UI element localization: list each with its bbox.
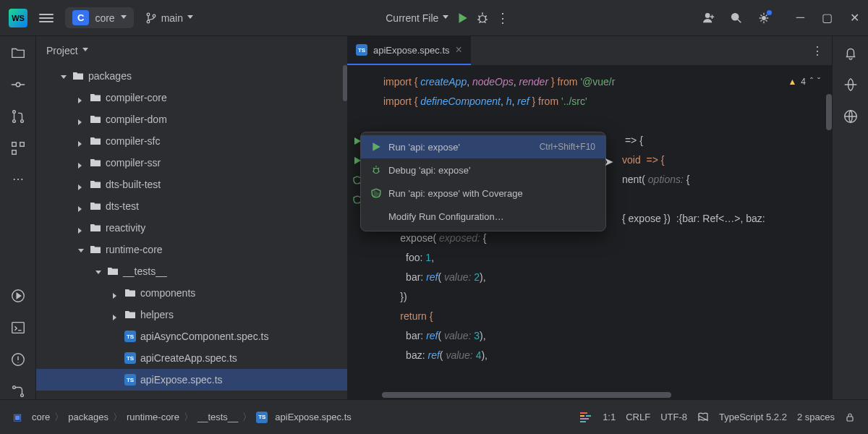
arrow-icon[interactable] <box>78 159 85 166</box>
tree-label: compiler-sfc <box>106 135 160 147</box>
folder-icon <box>124 287 136 299</box>
maximize-button[interactable]: ▢ <box>822 11 833 25</box>
run-tool-icon[interactable] <box>10 288 26 304</box>
more-icon[interactable]: ⋯ <box>12 172 24 186</box>
problems-icon[interactable] <box>10 352 26 367</box>
branch-icon <box>145 12 157 24</box>
prettier-icon[interactable] <box>579 411 592 424</box>
horizontal-scrollbar[interactable] <box>382 392 832 399</box>
arrow-icon[interactable] <box>78 94 85 101</box>
arrow-icon[interactable] <box>113 311 120 318</box>
tab-active[interactable]: TS apiExpose.spec.ts × <box>347 36 471 65</box>
project-header[interactable]: Project <box>36 36 347 65</box>
breadcrumb-item[interactable]: runtime-core <box>127 412 179 422</box>
tree-item[interactable]: compiler-core <box>36 87 347 109</box>
arrow-icon[interactable] <box>78 203 85 210</box>
breadcrumb-item[interactable]: packages <box>68 412 109 422</box>
tree-item[interactable]: helpers <box>36 304 347 326</box>
tree-label: packages <box>88 70 132 82</box>
run-config-selector[interactable]: Current File <box>386 12 448 24</box>
scrollbar-thumb[interactable] <box>382 392 671 398</box>
tree-label: compiler-core <box>106 92 167 103</box>
reader-mode-icon[interactable] <box>697 412 709 423</box>
tree-item[interactable]: packages <box>36 65 347 87</box>
breadcrumb-item[interactable]: apiExpose.spec.ts <box>275 412 352 422</box>
tree-item[interactable]: TSapiCreateApp.spec.ts <box>36 347 347 369</box>
settings-icon[interactable] <box>757 12 770 25</box>
tree-item[interactable]: compiler-dom <box>36 109 347 130</box>
chevron-down-icon <box>82 45 88 56</box>
tree-item[interactable]: runtime-core <box>36 239 347 260</box>
arrow-icon[interactable] <box>61 72 68 80</box>
tree-item[interactable]: components <box>36 282 347 304</box>
tree-label: apiExpose.spec.ts <box>140 374 223 386</box>
more-icon[interactable]: ⋮ <box>803 36 832 65</box>
tree-item[interactable]: compiler-ssr <box>36 152 347 174</box>
pull-request-icon[interactable] <box>10 109 26 124</box>
vcs-icon[interactable] <box>10 383 26 399</box>
close-icon[interactable]: × <box>456 43 462 56</box>
tree-item[interactable]: dts-test <box>36 195 347 217</box>
code-area[interactable]: ▲ 4 ˆ ˇ import { createApp, nodeOps, ren… <box>347 65 832 399</box>
menu-shortcut: Ctrl+Shift+F10 <box>540 137 595 157</box>
structure-icon[interactable] <box>10 140 26 156</box>
chevron-down-icon[interactable]: ˇ <box>817 72 820 92</box>
menu-item[interactable]: Run 'api: expose'Ctrl+Shift+F10 <box>361 135 605 158</box>
encoding[interactable]: UTF-8 <box>660 412 687 422</box>
arrow-icon[interactable] <box>78 224 85 231</box>
commit-icon[interactable] <box>10 77 26 93</box>
debug-button[interactable] <box>476 12 489 25</box>
language-level[interactable]: TypeScript 5.2.2 <box>719 412 787 422</box>
notifications-icon[interactable] <box>843 45 859 61</box>
close-button[interactable]: ✕ <box>850 11 859 25</box>
editor-tabs: TS apiExpose.spec.ts × ⋮ <box>347 36 832 65</box>
hamburger-icon[interactable] <box>39 14 54 22</box>
tree-item[interactable]: reactivity <box>36 217 347 239</box>
arrow-icon[interactable] <box>95 268 103 275</box>
arrow-icon[interactable] <box>78 181 85 188</box>
chevron-up-icon[interactable]: ˆ <box>810 72 813 92</box>
arrow-icon[interactable] <box>78 246 85 253</box>
arrow-icon[interactable] <box>113 289 120 297</box>
tree-item[interactable]: TSapiExpose.spec.ts <box>36 369 347 391</box>
chevron-down-icon <box>121 12 127 25</box>
breadcrumb-separator: 〉 <box>184 411 193 424</box>
breadcrumb-item[interactable]: core <box>32 412 50 422</box>
breadcrumbs[interactable]: core〉packages〉runtime-core〉__tests__〉TSa… <box>32 411 352 424</box>
project-selector[interactable]: C core <box>65 7 134 28</box>
web-icon[interactable] <box>843 109 859 124</box>
tree-item[interactable]: compiler-sfc <box>36 130 347 152</box>
search-icon[interactable] <box>730 12 743 25</box>
menu-label: Run 'api: expose' <box>388 137 460 157</box>
minimize-button[interactable]: ─ <box>796 11 804 25</box>
more-icon[interactable]: ⋮ <box>496 10 509 26</box>
indent[interactable]: 2 spaces <box>797 412 835 422</box>
lock-icon[interactable] <box>845 412 855 422</box>
menu-item[interactable]: Run 'api: expose' with Coverage <box>361 182 605 205</box>
chevron-down-icon <box>187 12 193 24</box>
editor-scrollbar[interactable] <box>826 94 832 130</box>
cursor-position[interactable]: 1:1 <box>603 412 616 422</box>
ts-icon: TS <box>124 331 136 342</box>
project-tree[interactable]: packagescompiler-corecompiler-domcompile… <box>36 65 347 399</box>
tree-item[interactable]: dts-built-test <box>36 174 347 195</box>
arrow-icon[interactable] <box>78 137 85 145</box>
menu-item[interactable]: Modify Run Configuration… <box>361 205 605 228</box>
inspection-badge[interactable]: ▲ 4 ˆ ˇ <box>788 72 820 92</box>
line-separator[interactable]: CRLF <box>626 412 650 422</box>
breadcrumb-item[interactable]: __tests__ <box>197 412 238 422</box>
run-button[interactable] <box>456 12 469 25</box>
add-user-icon[interactable] <box>702 12 715 25</box>
run-config-label: Current File <box>386 12 438 24</box>
terminal-icon[interactable] <box>10 320 26 336</box>
tree-item[interactable]: __tests__ <box>36 260 347 282</box>
svg-point-3 <box>480 15 486 22</box>
folder-icon <box>72 70 84 82</box>
folder-icon <box>90 244 101 255</box>
branch-selector[interactable]: main <box>145 12 193 24</box>
arrow-icon[interactable] <box>78 116 85 123</box>
menu-item[interactable]: Debug 'api: expose' <box>361 158 605 182</box>
folder-icon[interactable] <box>10 45 26 61</box>
tree-item[interactable]: TSapiAsyncComponent.spec.ts <box>36 326 347 347</box>
ai-icon[interactable] <box>843 77 859 93</box>
